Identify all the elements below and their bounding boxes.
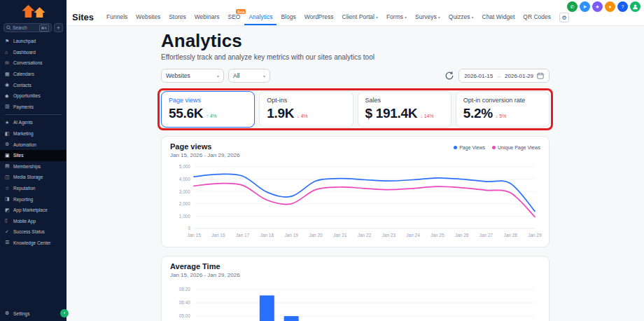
tab-surveys[interactable]: Surveys▾ xyxy=(411,13,444,25)
sidebar-item-dashboard[interactable]: ⌂Dashboard xyxy=(0,47,66,58)
sidebar-item-automation[interactable]: ⚙Automation xyxy=(0,139,66,150)
rewards-button[interactable]: ♦ xyxy=(605,1,615,12)
contacts-icon: ◉ xyxy=(5,82,10,88)
metric-card-opt-ins[interactable]: Opt-ins1.9K↓ 4% xyxy=(259,91,353,128)
sidebar-divider xyxy=(5,114,62,115)
sidebar-item-label: Automation xyxy=(13,142,36,147)
bar-jan-19 xyxy=(284,316,299,321)
brand-logo[interactable] xyxy=(0,0,66,21)
tab-funnels[interactable]: Funnels xyxy=(102,13,132,25)
tab-websites[interactable]: Websites xyxy=(132,13,164,25)
metric-value-row: 5.2%↓ 5% xyxy=(463,106,542,121)
user-avatar-icon xyxy=(632,4,638,10)
tab-label: Funnels xyxy=(106,13,127,20)
sidebar-item-reputation[interactable]: ☆Reputation xyxy=(0,183,66,194)
sidebar-item-launchpad[interactable]: ⚑Launchpad xyxy=(0,36,66,47)
legend-item-page-views[interactable]: Page Views xyxy=(454,145,485,150)
tab-forms[interactable]: Forms▾ xyxy=(382,13,411,25)
tab-chat-widget[interactable]: Chat Widget xyxy=(478,13,519,25)
sidebar-item-knowledge-center[interactable]: ☰Knowledge Center xyxy=(0,238,66,249)
topbar-quick-actions: ✆➤★♦? xyxy=(567,1,640,12)
sidebar-item-sites[interactable]: ▣Sites xyxy=(0,150,66,161)
tab-label: Client Portal xyxy=(342,13,374,20)
tab-wordpress[interactable]: WordPress xyxy=(300,13,338,25)
metric-card-page-views[interactable]: Page views55.6K↑ 4% xyxy=(161,91,255,128)
sidebar-item-settings[interactable]: ⚙ Settings xyxy=(0,308,66,319)
help-button[interactable]: ? xyxy=(617,1,628,12)
type-select[interactable]: All ▾ xyxy=(228,69,270,83)
bar-jan-18 xyxy=(260,296,274,321)
gear-icon: ⚙ xyxy=(5,310,10,316)
date-to[interactable]: 2026-01-29 xyxy=(505,73,533,79)
date-from[interactable]: 2026-01-15 xyxy=(464,73,493,79)
sidebar-item-app-marketplace[interactable]: ◩App Marketplace xyxy=(0,205,66,216)
launcher-button[interactable]: ➤ xyxy=(580,1,590,12)
sidebar-item-calendars[interactable]: ▦Calendars xyxy=(0,69,66,80)
sidebar-item-label: Opportunities xyxy=(13,93,41,98)
sidebar-item-memberships[interactable]: ▤Memberships xyxy=(0,161,66,172)
highlevel-logo-icon xyxy=(20,4,47,18)
phone-button[interactable]: ✆ xyxy=(567,1,578,12)
sidebar-item-reporting[interactable]: ◨Reporting xyxy=(0,193,66,205)
sites-icon: ▣ xyxy=(5,153,10,158)
gear-icon: ⚙ xyxy=(561,15,566,21)
svg-text:Jan 22: Jan 22 xyxy=(358,233,372,238)
sidebar-item-label: Dashboard xyxy=(13,50,36,55)
tab-quizzes[interactable]: Quizzes▾ xyxy=(444,13,478,25)
sidebar-item-contacts[interactable]: ◉Contacts xyxy=(0,79,66,90)
tab-client-portal[interactable]: Client Portal▾ xyxy=(338,13,382,25)
date-range-picker[interactable]: 2026-01-15 → 2026-01-29 xyxy=(458,69,550,83)
sidebar-item-media-storage[interactable]: ◫Media Storage xyxy=(0,172,66,183)
tab-webinars[interactable]: Webinars xyxy=(190,13,224,25)
help-bubble-button[interactable]: ‹ xyxy=(60,309,69,317)
media-storage-icon: ◫ xyxy=(5,175,10,180)
ai-agents-icon: ★ xyxy=(5,120,10,125)
refresh-button[interactable] xyxy=(444,71,454,81)
sidebar-item-payments[interactable]: ▥Payments xyxy=(0,102,66,113)
tab-stores[interactable]: Stores xyxy=(164,13,190,25)
gridlines: 08:2006:4005:00 xyxy=(179,287,535,318)
tab-blogs[interactable]: Blogs xyxy=(276,13,300,25)
metrics-row: Page views55.6K↑ 4%Opt-ins1.9K↓ 4%Sales$… xyxy=(161,91,550,128)
reputation-icon: ☆ xyxy=(5,186,10,191)
academy-button[interactable]: ★ xyxy=(592,1,603,12)
metric-card-opt-in-conversion-rate[interactable]: Opt-in conversion rate5.2%↓ 5% xyxy=(456,91,550,128)
sidebar-item-mobile-app[interactable]: ▯Mobile App xyxy=(0,216,66,227)
type-select-value: All xyxy=(233,72,239,79)
tab-seo[interactable]: SEOBeta xyxy=(223,13,244,25)
app-marketplace-icon: ◩ xyxy=(5,207,10,213)
chevron-down-icon: ▾ xyxy=(376,15,378,20)
series-unique-page-views xyxy=(194,183,535,217)
sidebar-item-label: Media Storage xyxy=(13,175,43,179)
metric-card-sales[interactable]: Sales$ 191.4K↓ 14% xyxy=(358,91,451,128)
tab-qr-codes[interactable]: QR Codes xyxy=(519,13,555,25)
svg-text:05:00: 05:00 xyxy=(179,313,191,318)
tab-label: Forms xyxy=(386,13,403,20)
legend-item-unique-page-views[interactable]: Unique Page Views xyxy=(492,145,540,150)
sidebar-item-success-status[interactable]: ✓Success Status xyxy=(0,226,66,238)
calendars-icon: ▦ xyxy=(5,71,10,77)
sidebar-item-label: Memberships xyxy=(13,164,41,169)
tab-label: Websites xyxy=(136,13,160,20)
account-button[interactable] xyxy=(630,1,640,12)
tab-label: Quizzes xyxy=(449,13,470,20)
sidebar-item-label: Calendars xyxy=(13,71,34,76)
sidebar-item-opportunities[interactable]: ◆Opportunities xyxy=(0,90,66,102)
metric-value: 55.6K xyxy=(169,106,203,121)
legend-dot xyxy=(454,146,457,149)
sidebar-item-conversations[interactable]: ✉Conversations xyxy=(0,57,66,69)
chart-header: Average Time Jan 15, 2026 - Jan 29, 2026 xyxy=(170,262,540,278)
dashboard-icon: ⌂ xyxy=(5,50,10,55)
tab-analytics[interactable]: Analytics xyxy=(244,13,276,25)
chevron-down-icon: ▾ xyxy=(217,74,219,78)
tab-label: Blogs xyxy=(281,13,295,20)
sidebar-search[interactable]: Search ⌘K xyxy=(4,23,52,32)
quick-add-button[interactable]: + xyxy=(54,23,63,32)
website-select[interactable]: Websites ▾ xyxy=(161,69,224,83)
sidebar-item-ai-agents[interactable]: ★AI Agents xyxy=(0,117,66,128)
svg-text:Jan 29: Jan 29 xyxy=(528,233,542,238)
metric-value-row: 1.9K↓ 4% xyxy=(267,106,345,121)
sidebar-item-marketing[interactable]: ◧Marketing xyxy=(0,128,66,139)
metric-label: Page views xyxy=(169,97,247,104)
sites-settings-button[interactable]: ⚙ xyxy=(559,13,569,22)
